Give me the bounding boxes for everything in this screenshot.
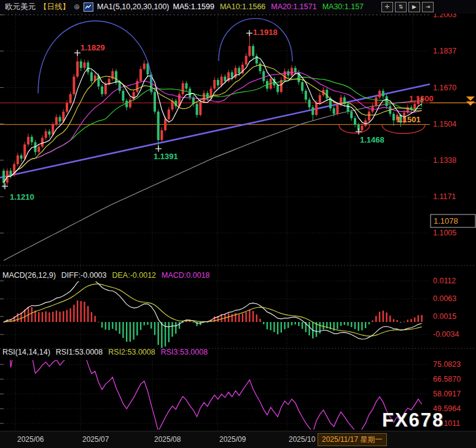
time-axis-label: 2025/07 xyxy=(82,435,109,444)
price-annotation: 1.1210 xyxy=(10,192,34,202)
exit-icon[interactable]: ⇥ xyxy=(422,2,434,12)
price-annotation: 1.1468 xyxy=(360,135,384,144)
indicator-value: DEA:-0.0012 xyxy=(112,271,156,280)
add-indicator-icon[interactable]: ⊕ xyxy=(74,2,80,11)
indicator-value: MA5:1.1599 xyxy=(173,2,214,11)
macd-values: DIFF:-0.0003DEA:-0.0012MACD:0.0018 xyxy=(61,271,216,280)
fx678-chart-app: 1.20031.18371.16701.15041.13381.11711.10… xyxy=(0,0,476,448)
pan-icon[interactable]: ✛ xyxy=(381,2,393,12)
axis-label: 75.0823 xyxy=(433,360,461,369)
indicator-value: RSI1:53.0008 xyxy=(56,348,103,356)
axis-label: 0.0063 xyxy=(433,294,456,303)
bottom-arc xyxy=(339,125,370,133)
crosshair-price-label: 1.1078 xyxy=(434,216,458,226)
price-annotation: 1.1501 xyxy=(396,115,421,124)
axis-label: 1.1338 xyxy=(433,156,456,165)
chart-toolbar: ✛⇅▶⇥ xyxy=(380,2,434,12)
macd-panel xyxy=(3,278,423,348)
rsi-panel xyxy=(7,321,422,434)
axis-label: 1.1670 xyxy=(433,84,456,92)
time-axis[interactable]: 2025/11/17 星期一 2025/062025/072025/082025… xyxy=(0,431,476,448)
bottom-arc xyxy=(382,125,425,133)
axis-label: 1.1171 xyxy=(433,192,456,201)
axis-label: -0.0034 xyxy=(433,330,459,339)
crosshair-date-label: 2025/11/17 星期一 xyxy=(318,433,387,446)
price-annotation: 1.1829 xyxy=(80,43,105,52)
symbol-name: 欧元美元 xyxy=(5,2,36,12)
indicator-value: MACD:0.0018 xyxy=(162,271,210,280)
price-chart-canvas[interactable]: 1.20031.18371.16701.15041.13381.11711.10… xyxy=(0,0,476,448)
rsi-values: RSI1:53.0008RSI2:53.0008RSI3:53.0008 xyxy=(56,348,213,356)
rsi-header: RSI(14,14,14) RSI1:53.0008RSI2:53.0008RS… xyxy=(2,348,213,356)
axis-label: 1.1005 xyxy=(433,229,456,237)
candlestick-layer xyxy=(2,33,423,188)
axis-label: 66.5870 xyxy=(433,375,461,383)
price-annotation: 1.1918 xyxy=(253,28,278,37)
indicator-value: MA10:1.1566 xyxy=(220,2,265,11)
zoom-axis-icon[interactable]: ⇅ xyxy=(395,2,407,12)
ma-settings-label: MA1(5,10,20,30,100) xyxy=(97,2,169,11)
time-axis-label: 2025/09 xyxy=(219,435,246,444)
chart-header: 欧元美元 【日线】 ⊕ MA1(5,10,20,30,100) MA5:1.15… xyxy=(0,0,476,14)
chart-type-icon[interactable] xyxy=(84,2,93,12)
axis-label: 1.1504 xyxy=(433,120,456,128)
time-axis-label: 2025/08 xyxy=(154,435,181,444)
price-annotation: 1.1391 xyxy=(154,152,178,161)
price-annotation: 1.1600 xyxy=(409,94,434,103)
rsi-title: RSI(14,14,14) xyxy=(2,348,50,356)
time-axis-label: 2025/10 xyxy=(289,435,315,444)
watermark: FX678 xyxy=(382,409,444,431)
indicator-value: DIFF:-0.0003 xyxy=(61,271,107,280)
top-arc xyxy=(219,18,292,61)
indicator-value: MA20:1.1571 xyxy=(271,2,316,11)
indicator-value: RSI3:53.0008 xyxy=(161,348,208,356)
period-label[interactable]: 【日线】 xyxy=(39,2,70,12)
axis-label: 0.0112 xyxy=(433,277,456,285)
axis-label: 0.0015 xyxy=(433,312,456,321)
rsi-line xyxy=(7,321,422,434)
axis-label: 58.0917 xyxy=(433,390,461,398)
macd-title: MACD(26,12,9) xyxy=(2,271,56,280)
ma-values: MA5:1.1599MA10:1.1566MA20:1.1571MA30:1.1… xyxy=(173,2,370,11)
indicator-value: RSI2:53.0008 xyxy=(108,348,155,356)
time-axis-label: 2025/06 xyxy=(17,435,44,444)
macd-header: MACD(26,12,9) DIFF:-0.0003DEA:-0.0012MAC… xyxy=(2,271,216,280)
play-axis-icon[interactable]: ▶ xyxy=(408,2,420,12)
axis-label: 1.1837 xyxy=(433,47,456,55)
indicator-value: MA30:1.157 xyxy=(322,2,364,11)
